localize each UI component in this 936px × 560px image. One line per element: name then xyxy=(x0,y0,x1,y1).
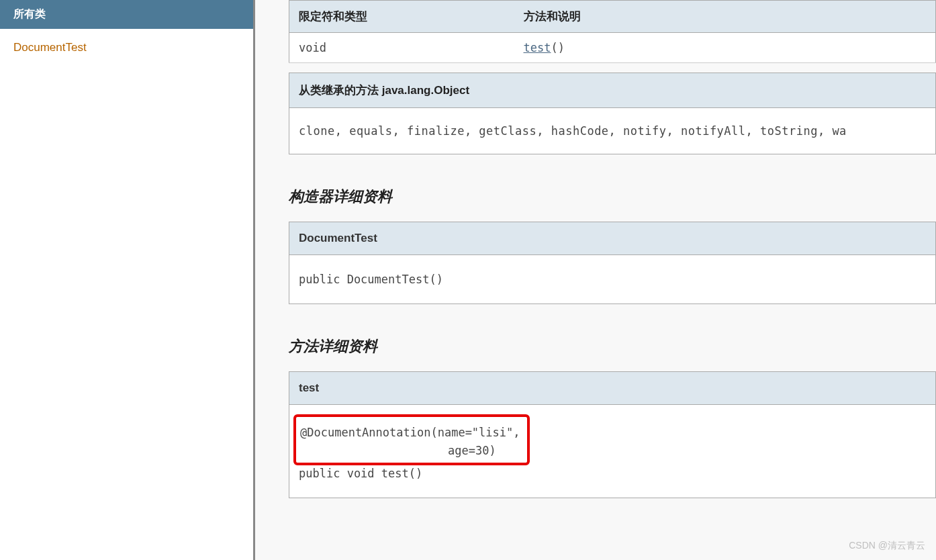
cell-modifier: void xyxy=(289,33,514,63)
sidebar-item-documenttest[interactable]: DocumentTest xyxy=(13,41,87,54)
constructor-detail-heading: 构造器详细资料 xyxy=(289,187,936,207)
constructor-detail-box: DocumentTest public DocumentTest() xyxy=(289,222,936,304)
method-signature-body: @DocumentAnnotation(name="lisi", age=30)… xyxy=(289,405,935,498)
annotation-highlight: @DocumentAnnotation(name="lisi", age=30) xyxy=(293,414,530,465)
table-row: void test() xyxy=(289,33,936,63)
method-name-header: test xyxy=(289,372,935,405)
method-detail-box: test @DocumentAnnotation(name="lisi", ag… xyxy=(289,371,936,498)
watermark: CSDN @清云青云 xyxy=(849,540,925,552)
annotation-line-2: age=30) xyxy=(448,444,496,457)
main-content: 限定符和类型 方法和说明 void test() 从类继承的方法 java.la… xyxy=(255,0,936,560)
sidebar-class-list: DocumentTest xyxy=(0,29,253,66)
cell-method: test() xyxy=(514,33,936,63)
annotation-line-1: @DocumentAnnotation(name="lisi", xyxy=(300,426,520,439)
col-method-desc: 方法和说明 xyxy=(514,1,936,33)
method-link-test[interactable]: test xyxy=(524,41,551,54)
sidebar-header-all-classes: 所有类 xyxy=(0,0,253,29)
constructor-name-header: DocumentTest xyxy=(289,222,935,255)
method-signature-text: public void test() xyxy=(299,467,422,480)
col-modifier-type: 限定符和类型 xyxy=(289,1,514,33)
constructor-signature: public DocumentTest() xyxy=(289,255,935,304)
method-detail-heading: 方法详细资料 xyxy=(289,336,936,357)
table-header-row: 限定符和类型 方法和说明 xyxy=(289,1,936,33)
inherited-methods-header: 从类继承的方法 java.lang.Object xyxy=(289,73,936,108)
method-summary-table: 限定符和类型 方法和说明 void test() xyxy=(289,0,936,63)
sidebar: 所有类 DocumentTest xyxy=(0,0,255,560)
inherited-methods-list: clone, equals, finalize, getClass, hashC… xyxy=(289,108,936,154)
